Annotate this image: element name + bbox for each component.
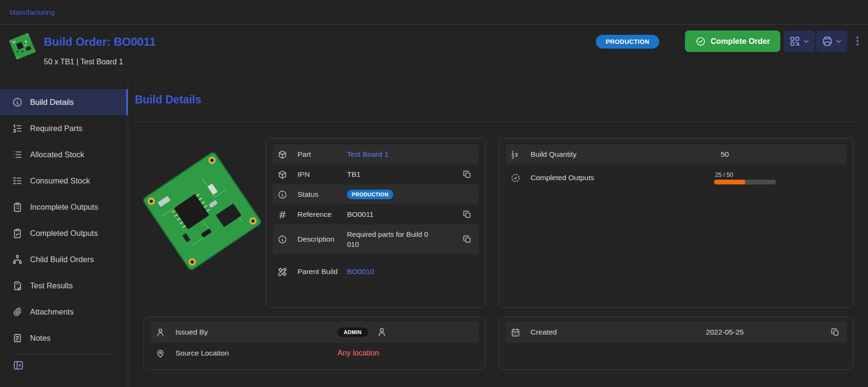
file-check-icon [12, 280, 23, 291]
detail-row-issued-by: Issued ByADMIN [151, 322, 479, 343]
info-circle-icon [12, 97, 23, 108]
part-image[interactable] [143, 143, 262, 279]
value-text: Required parts for Build 0010 [347, 229, 432, 249]
value-text: 50 [721, 150, 729, 159]
detail-row-label: Parent Build [297, 266, 347, 277]
detail-row-completed-outputs: Completed Outputs25 / 50 [506, 164, 847, 191]
breadcrumb-link-manufacturing[interactable]: Manufacturing [10, 8, 55, 16]
detail-row-value: PRODUCTION [347, 190, 474, 199]
value-text: Any location [337, 349, 379, 357]
sidebar-item-attachments[interactable]: Attachments [0, 299, 128, 325]
hash-icon [277, 210, 287, 220]
sidebar-item-label: Test Results [30, 281, 73, 290]
list-numbers-icon [12, 123, 23, 134]
detail-row-label: Part [297, 149, 347, 160]
value-text: TB1 [347, 170, 360, 179]
sidebar-item-allocated-stock[interactable]: Allocated Stock [0, 142, 128, 168]
issue-details-card: Issued ByADMINSource LocationAny locatio… [143, 316, 486, 370]
calendar-icon [511, 327, 521, 337]
svg-text:2: 2 [512, 154, 514, 159]
detail-row-label: Source Location [175, 348, 337, 358]
detail-row-icon-cell: 123 [511, 150, 531, 160]
detail-row-value: 50 [674, 150, 776, 159]
detail-row-value: BO0011 [347, 210, 462, 219]
value-text: BO0011 [347, 210, 374, 219]
value-text: 2022-05-25 [706, 328, 744, 336]
collapse-sidebar-button[interactable] [12, 359, 24, 373]
panel-heading: Build Details [135, 93, 201, 106]
sidebar-item-consumed-stock[interactable]: Consumed Stock [0, 168, 128, 194]
sidebar-item-child-build-orders[interactable]: Child Build Orders [0, 246, 128, 273]
complete-order-button[interactable]: Complete Order [685, 31, 780, 52]
info-circle-icon [277, 190, 287, 200]
sidebar-item-notes[interactable]: Notes [0, 325, 128, 351]
sidebar-item-build-details[interactable]: Build Details [0, 89, 128, 115]
detail-row-value: 2022-05-25 [674, 328, 776, 336]
detail-row-value: 25 / 50 [674, 172, 776, 184]
circle-check-icon [695, 36, 706, 47]
detail-row-source-location: Source LocationAny location [151, 343, 479, 364]
sidebar: Build DetailsRequired PartsAllocated Sto… [0, 81, 128, 387]
sidebar-item-label: Required Parts [30, 124, 82, 133]
heading-divider [135, 122, 856, 122]
sidebar-item-test-results[interactable]: Test Results [0, 273, 128, 299]
barcode-actions-button[interactable] [784, 31, 815, 52]
copy-button[interactable] [462, 234, 474, 245]
sidebar-item-label: Build Details [30, 98, 74, 107]
progress-fill [714, 180, 745, 184]
sidebar-collapse-icon [12, 359, 24, 371]
page-subtitle: 50 x TB1 | Test Board 1 [44, 58, 123, 66]
detail-row-label: Reference [297, 209, 347, 220]
detail-row-value: BO0010 [347, 267, 474, 276]
sidebar-item-label: Incomplete Outputs [30, 203, 98, 212]
notebook-icon [12, 333, 23, 344]
detail-row-ipn: IPNTB1 [273, 164, 479, 184]
box-icon [277, 150, 287, 160]
sidebar-item-label: Attachments [30, 307, 74, 316]
detail-row-reference: ReferenceBO0011 [273, 204, 479, 224]
detail-row-description: DescriptionRequired parts for Build 0010 [273, 224, 479, 254]
detail-row-icon-cell [155, 348, 175, 358]
sidebar-item-label: Child Build Orders [30, 255, 94, 264]
sidebar-item-label: Allocated Stock [30, 150, 84, 159]
detail-row-icon-cell [277, 190, 297, 200]
breadcrumb-bar: Manufacturing [0, 0, 868, 25]
detail-row-status: StatusPRODUCTION [273, 184, 479, 204]
print-actions-button[interactable] [816, 31, 848, 52]
part-thumbnail-image[interactable] [10, 34, 34, 58]
created-details-card: Created2022-05-25 [499, 316, 854, 370]
paperclip-icon [12, 306, 23, 317]
detail-row-label: Issued By [175, 327, 337, 337]
link-test-board-1[interactable]: Test Board 1 [347, 150, 388, 159]
progress-track [714, 180, 776, 184]
list-check-icon [12, 175, 23, 186]
sidebar-divider [11, 354, 116, 355]
box-icon [277, 170, 287, 180]
detail-row-icon-cell [511, 173, 531, 183]
user-icon [155, 327, 165, 337]
qrcode-icon [789, 35, 801, 47]
part-details-card: PartTest Board 1IPNTB1StatusPRODUCTIONRe… [266, 138, 486, 308]
copy-button[interactable] [462, 169, 474, 180]
more-actions-button[interactable] [849, 32, 866, 51]
copy-button[interactable] [462, 209, 474, 220]
progress-bar: 25 / 50 [714, 172, 776, 184]
detail-row-value: ADMIN [337, 327, 474, 337]
detail-row-icon-cell [277, 210, 297, 220]
map-pin-icon [155, 348, 165, 358]
detail-row-icon-cell [277, 150, 297, 160]
quantity-details-card: 123Build Quantity50Completed Outputs25 /… [499, 138, 854, 308]
build-details-panel: Build Details PartTest Board 1IPNTB1Stat… [128, 81, 868, 387]
sidebar-item-completed-outputs[interactable]: Completed Outputs [0, 220, 128, 246]
detail-row-label: Created [531, 327, 674, 337]
numbers-123-icon: 123 [511, 150, 521, 160]
detail-row-created: Created2022-05-25 [506, 322, 847, 343]
detail-row-icon-cell [277, 267, 297, 277]
sidebar-item-incomplete-outputs[interactable]: Incomplete Outputs [0, 194, 128, 220]
sidebar-item-label: Completed Outputs [30, 229, 98, 238]
detail-row-icon-cell [277, 234, 297, 244]
copy-button[interactable] [830, 326, 842, 338]
link-bo0010[interactable]: BO0010 [347, 267, 374, 276]
copy-icon [462, 210, 472, 219]
sidebar-item-required-parts[interactable]: Required Parts [0, 115, 128, 142]
